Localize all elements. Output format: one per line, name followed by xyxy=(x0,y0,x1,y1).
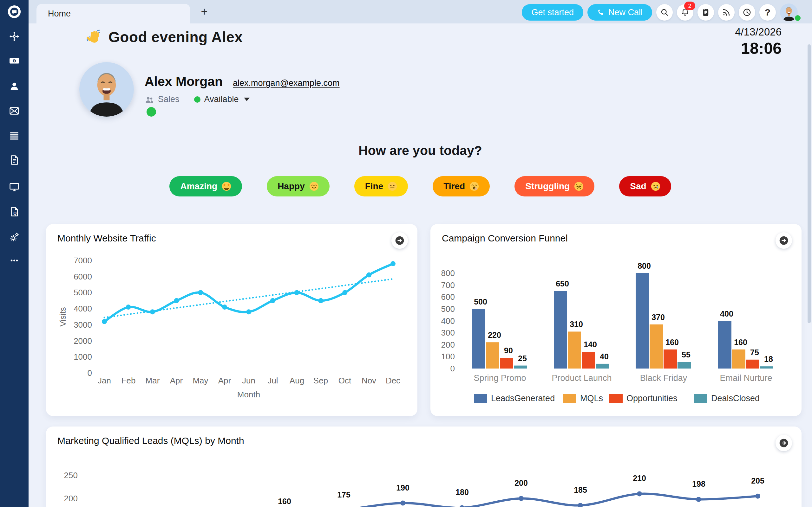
svg-text:160: 160 xyxy=(278,497,291,506)
svg-text:310: 310 xyxy=(570,320,583,329)
move-icon[interactable] xyxy=(0,31,29,42)
svg-text:Feb: Feb xyxy=(121,376,136,385)
menu-icon[interactable] xyxy=(0,130,29,141)
mail-icon[interactable] xyxy=(0,106,29,116)
svg-text:0: 0 xyxy=(88,368,92,378)
tab-home-label: Home xyxy=(48,9,71,19)
yawning-emoji xyxy=(469,181,479,191)
funnel-card-title: Campaign Conversion Funnel xyxy=(442,233,568,244)
svg-text:600: 600 xyxy=(441,292,455,302)
new-call-button[interactable]: New Call xyxy=(588,4,652,20)
svg-text:1: 1 xyxy=(13,59,15,63)
svg-text:Nov: Nov xyxy=(362,376,376,385)
crying-emoji xyxy=(651,181,660,191)
svg-text:55: 55 xyxy=(681,350,691,359)
svg-text:LeadsGenerated: LeadsGenerated xyxy=(491,394,555,403)
svg-text:Jan: Jan xyxy=(98,376,111,385)
mql-card: Marketing Qualified Leads (MQLs) by Mont… xyxy=(46,427,802,507)
svg-text:Opportunities: Opportunities xyxy=(626,394,677,403)
greeting-text: Good evening Alex xyxy=(108,29,243,46)
svg-text:Aug: Aug xyxy=(290,376,304,385)
smiling-emoji xyxy=(309,181,319,191)
svg-text:Spring Promo: Spring Promo xyxy=(473,373,526,383)
svg-text:Jun: Jun xyxy=(242,376,255,385)
notification-badge: 2 xyxy=(684,2,695,10)
svg-text:7000: 7000 xyxy=(73,256,92,265)
traffic-card-title: Monthly Website Traffic xyxy=(57,233,156,244)
banknote-icon[interactable]: 1 xyxy=(0,55,29,66)
svg-text:400: 400 xyxy=(720,309,733,318)
svg-text:Apr: Apr xyxy=(218,376,231,385)
svg-text:Sep: Sep xyxy=(313,376,328,385)
svg-text:4000: 4000 xyxy=(73,304,92,314)
more-icon[interactable] xyxy=(0,255,29,266)
svg-text:18: 18 xyxy=(764,354,773,363)
svg-text:250: 250 xyxy=(64,470,78,480)
svg-text:198: 198 xyxy=(692,480,705,488)
document-icon[interactable] xyxy=(0,155,29,165)
svg-text:160: 160 xyxy=(734,338,747,347)
settings-icon[interactable] xyxy=(0,232,29,242)
tab-home[interactable]: Home xyxy=(37,4,190,23)
mood-struggling-button[interactable]: Struggling xyxy=(514,176,595,196)
search-button[interactable] xyxy=(656,4,673,20)
profile-status-dot xyxy=(147,107,156,117)
svg-text:DealsClosed: DealsClosed xyxy=(711,394,760,403)
svg-text:500: 500 xyxy=(474,297,487,306)
mood-happy-button[interactable]: Happy xyxy=(267,176,329,196)
clock-icon xyxy=(743,8,751,17)
status-dropdown[interactable]: Available xyxy=(194,95,250,104)
svg-text:Jul: Jul xyxy=(267,376,278,385)
people-icon xyxy=(145,95,154,104)
svg-text:160: 160 xyxy=(665,338,679,347)
new-tab-button[interactable]: + xyxy=(197,4,211,19)
file-search-icon[interactable]: Q xyxy=(0,206,29,217)
monitor-icon[interactable] xyxy=(0,181,29,192)
tasks-button[interactable] xyxy=(698,4,714,20)
get-started-button[interactable]: Get started xyxy=(522,4,583,20)
mood-question: How are you today? xyxy=(29,143,812,158)
mood-amazing-button[interactable]: Amazing xyxy=(169,176,242,196)
star-struck-emoji xyxy=(222,181,231,191)
vertical-scrollbar[interactable] xyxy=(808,44,811,323)
profile-email-link[interactable]: alex.morgan@example.com xyxy=(233,78,340,88)
traffic-card-open-button[interactable] xyxy=(392,232,408,249)
notifications-button[interactable]: 2 xyxy=(677,4,693,20)
chat-logo[interactable] xyxy=(0,4,29,19)
feed-button[interactable] xyxy=(718,4,734,20)
svg-text:Visits: Visits xyxy=(58,307,67,327)
svg-text:5000: 5000 xyxy=(73,288,92,297)
rss-icon xyxy=(722,8,731,17)
svg-text:Apr: Apr xyxy=(170,376,183,385)
help-button[interactable]: ? xyxy=(759,4,776,20)
traffic-chart: 01000200030004000500060007000JanFebMarAp… xyxy=(52,251,411,409)
svg-text:Month: Month xyxy=(237,390,260,399)
funnel-chart: 0100200300400500600700800Spring Promo500… xyxy=(437,251,795,409)
datetime: 4/13/2026 18:06 xyxy=(735,26,781,58)
topbar: Home + Get started New Call 2 ? xyxy=(29,0,812,23)
svg-text:100: 100 xyxy=(441,352,455,361)
funnel-card-open-button[interactable] xyxy=(775,232,792,249)
profile-avatar xyxy=(79,62,134,117)
svg-text:MQLs: MQLs xyxy=(580,394,603,403)
mood-fine-button[interactable]: Fine xyxy=(354,176,408,196)
svg-text:370: 370 xyxy=(652,313,665,322)
svg-text:40: 40 xyxy=(600,352,609,361)
svg-text:220: 220 xyxy=(488,331,501,339)
svg-text:700: 700 xyxy=(441,280,455,290)
mood-buttons: Amazing Happy Fine Tired Struggling Sad xyxy=(29,176,812,196)
mood-tired-button[interactable]: Tired xyxy=(433,176,490,196)
svg-text:180: 180 xyxy=(455,488,469,497)
mood-sad-button[interactable]: Sad xyxy=(619,176,671,196)
svg-text:650: 650 xyxy=(556,279,569,288)
contacts-icon[interactable] xyxy=(0,81,29,92)
search-icon xyxy=(660,8,669,17)
svg-text:185: 185 xyxy=(574,486,587,494)
svg-text:Mar: Mar xyxy=(146,376,160,385)
svg-text:Product Launch: Product Launch xyxy=(552,373,612,383)
arrow-circle-icon xyxy=(779,235,789,245)
svg-text:800: 800 xyxy=(441,268,455,278)
svg-text:3000: 3000 xyxy=(73,320,92,330)
chevron-down-icon xyxy=(244,98,250,101)
history-button[interactable] xyxy=(739,4,755,20)
